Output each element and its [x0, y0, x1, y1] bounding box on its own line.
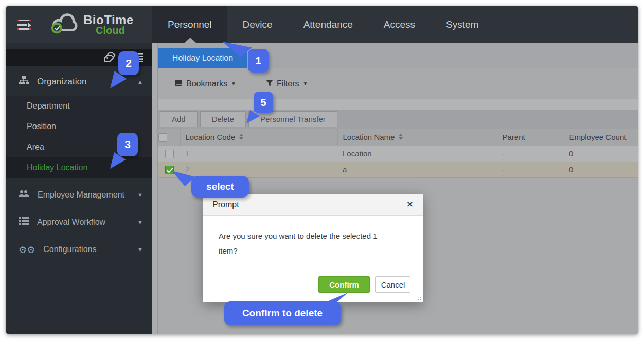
annotation-step-1: 1	[248, 49, 269, 73]
column-header-location-code: Location Code	[186, 133, 236, 141]
dialog-footer: Confirm Cancel	[318, 276, 410, 293]
cancel-button[interactable]: Cancel	[375, 276, 410, 293]
tab-holiday-location[interactable]: Holiday Location	[158, 48, 247, 68]
hamburger-bar	[17, 28, 31, 30]
location-name-cell: Location	[337, 146, 497, 162]
sidebar-item-employee-management[interactable]: Employee Management ▼	[6, 185, 152, 205]
nav-tab-device[interactable]: Device	[227, 6, 288, 43]
annotation-select: select	[191, 176, 249, 198]
app-window: BioTime Cloud Personnel Device Attendanc…	[6, 6, 638, 334]
row-checkbox-checked[interactable]	[165, 166, 174, 174]
column-header-parent: Parent	[503, 133, 525, 141]
hamburger-menu-icon[interactable]	[17, 20, 31, 30]
table-row: 1 Location - 0	[158, 146, 638, 162]
brand-text: BioTime Cloud	[83, 14, 134, 35]
toolbar: Bookmarks ▼ Filters ▼	[158, 68, 638, 99]
select-all-checkbox[interactable]	[158, 133, 167, 142]
nav-tab-system[interactable]: System	[431, 6, 494, 43]
tags-icon[interactable]	[104, 52, 117, 63]
scrollbar-track[interactable]	[152, 43, 158, 334]
parent-cell: -	[497, 146, 564, 162]
column-header-location-name: Location Name	[343, 133, 395, 141]
cloud-logo-icon	[49, 12, 79, 37]
annotation-label: Confirm to delete	[242, 308, 323, 319]
funnel-icon	[266, 79, 273, 88]
brand-logo[interactable]: BioTime Cloud	[49, 12, 134, 37]
annotation-number: 5	[260, 97, 266, 109]
parent-cell: -	[497, 162, 564, 177]
delete-button[interactable]: Delete	[200, 111, 246, 127]
row-checkbox[interactable]	[165, 150, 174, 158]
hamburger-bar	[17, 24, 27, 26]
org-chart-icon	[19, 76, 29, 88]
filters-dropdown[interactable]: Filters ▼	[266, 79, 308, 88]
chevron-down-icon: ▼	[231, 81, 236, 86]
location-name-cell: a	[337, 162, 497, 177]
annotation-label: select	[206, 181, 234, 192]
sidebar: Organization ▲ Department Position Area …	[6, 43, 152, 334]
annotation-number: 1	[255, 55, 261, 67]
annotation-step-2: 2	[118, 51, 139, 75]
chevron-up-icon[interactable]: ▲	[137, 79, 143, 85]
people-icon	[19, 190, 29, 200]
sidebar-item-holiday-location[interactable]: Holiday Location	[6, 157, 152, 178]
annotation-confirm-to-delete: Confirm to delete	[224, 301, 341, 325]
dialog-message: Are you sure you want to delete the sele…	[219, 229, 396, 258]
annotation-number: 2	[126, 57, 132, 69]
sidebar-item-configurations[interactable]: ⚙⚙ Configurations ▼	[6, 239, 152, 260]
chevron-down-icon[interactable]: ▼	[137, 246, 143, 253]
bookmarks-dropdown[interactable]: Bookmarks ▼	[175, 79, 236, 88]
chevron-down-icon[interactable]: ▼	[137, 192, 143, 198]
gears-icon: ⚙⚙	[19, 244, 35, 255]
sidebar-item-approval-workflow[interactable]: Approval Workflow ▼	[6, 212, 152, 232]
list-icon	[19, 217, 29, 227]
brand-name-bottom: Cloud	[96, 25, 134, 35]
dialog-title: Prompt	[212, 200, 406, 209]
column-header-employee-count: Employee Count	[569, 133, 627, 141]
dialog-body: Are you sure you want to delete the sele…	[203, 216, 423, 258]
sort-icon[interactable]	[399, 134, 403, 140]
action-button-bar: Add Delete Personnel Transfer	[158, 110, 638, 129]
bookmarks-label: Bookmarks	[186, 79, 227, 88]
holiday-location-table: Location Code Location Name Parent Emplo…	[158, 129, 638, 178]
annotation-step-3: 3	[117, 133, 138, 156]
resize-handle[interactable]	[417, 296, 421, 300]
employee-count-cell: 0	[564, 146, 638, 162]
nav-tab-attendance[interactable]: Attendance	[288, 6, 368, 43]
nav-left: BioTime Cloud	[6, 6, 152, 43]
location-code-link[interactable]: 1	[185, 149, 189, 158]
table-row-selected: 2 a - 0	[158, 162, 638, 177]
annotation-step-5: 5	[254, 92, 273, 113]
sidebar-item-label: Employee Management	[38, 190, 137, 200]
sidebar-item-label: Approval Workflow	[37, 218, 137, 227]
filters-label: Filters	[277, 79, 299, 88]
chevron-down-icon[interactable]: ▼	[137, 219, 143, 225]
book-icon	[175, 79, 183, 88]
prompt-dialog: Prompt ✕ Are you sure you want to delete…	[203, 194, 423, 302]
top-nav: BioTime Cloud Personnel Device Attendanc…	[6, 6, 638, 43]
sidebar-item-department[interactable]: Department	[6, 96, 152, 116]
nav-tab-access[interactable]: Access	[368, 6, 431, 43]
location-code-link[interactable]: 2	[185, 165, 189, 174]
sort-icon[interactable]	[239, 134, 243, 140]
active-tab-caret	[184, 38, 196, 43]
sidebar-item-label: Configurations	[43, 245, 137, 254]
add-button[interactable]: Add	[160, 111, 198, 127]
nav-tabs: Personnel Device Attendance Access Syste…	[152, 6, 494, 43]
employee-count-cell: 0	[564, 162, 638, 177]
personnel-transfer-button[interactable]: Personnel Transfer	[248, 111, 337, 127]
table-header-row: Location Code Location Name Parent Emplo…	[158, 129, 638, 146]
annotation-number: 3	[124, 138, 131, 151]
search-strip	[158, 99, 638, 110]
confirm-button[interactable]: Confirm	[318, 276, 370, 293]
chevron-down-icon: ▼	[303, 81, 308, 86]
hamburger-bar	[17, 20, 31, 21]
close-icon[interactable]: ✕	[406, 199, 414, 210]
